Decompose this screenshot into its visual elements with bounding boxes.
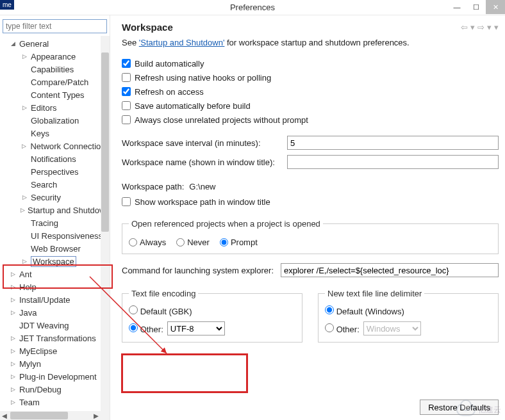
close-unrelated-checkbox[interactable] [122, 115, 131, 124]
tree-item[interactable]: ▷Team [3, 396, 110, 408]
chevron-right-icon[interactable]: ▷ [21, 143, 28, 149]
tree-item[interactable]: ▷Help [3, 280, 110, 293]
refresh-native-checkbox[interactable] [122, 73, 131, 82]
window-title: Preferences [230, 3, 275, 12]
tree-item[interactable]: ▷Workspace [3, 255, 110, 268]
encoding-default-radio[interactable] [129, 305, 138, 314]
never-radio[interactable] [176, 238, 185, 246]
chevron-right-icon[interactable]: ▷ [9, 335, 17, 341]
tree-item[interactable]: JDT Weaving [3, 319, 110, 332]
scrollbar-thumb[interactable] [101, 52, 109, 232]
close-button[interactable]: ✕ [486, 0, 505, 14]
tree-item[interactable]: ▷Mylyn [3, 357, 110, 370]
app-badge: me [0, 0, 14, 10]
tree-item[interactable]: ◢General [3, 37, 110, 50]
vertical-scrollbar[interactable] [101, 36, 110, 420]
button-row: Restore Defaults [420, 400, 499, 415]
tree-item[interactable]: Search [3, 178, 110, 191]
tree-item[interactable]: Web Browser [3, 242, 110, 255]
forward-menu-icon[interactable]: ▾ [487, 22, 492, 32]
chevron-right-icon[interactable]: ▷ [9, 386, 17, 392]
chevron-right-icon[interactable]: ▷ [21, 53, 28, 60]
tree-item-label: Mylyn [19, 359, 41, 369]
chevron-right-icon[interactable]: ▷ [9, 360, 17, 367]
tree-item-label: Keys [31, 129, 49, 138]
horizontal-scrollbar[interactable]: ◄ ► [0, 411, 101, 420]
back-icon[interactable]: ⇦ [461, 22, 468, 32]
tree-item[interactable]: ▷MyEclipse [3, 344, 110, 357]
tree-item-label: JDT Weaving [19, 321, 69, 330]
encoding-select[interactable]: UTF-8 [167, 321, 225, 335]
tree-item[interactable]: ▷Network Connections [3, 140, 110, 152]
back-menu-icon[interactable]: ▾ [470, 22, 475, 32]
scroll-right-icon[interactable]: ► [92, 411, 101, 420]
save-before-build-checkbox[interactable] [122, 101, 131, 110]
chevron-right-icon[interactable]: ▷ [21, 104, 28, 111]
workspace-name-label: Workspace name (shown in window title): [122, 158, 282, 167]
tree-item[interactable]: Tracing [3, 216, 110, 229]
tree-item[interactable]: ▷Java [3, 306, 110, 319]
menu-icon[interactable]: ▾ [494, 22, 499, 32]
minimize-button[interactable]: — [447, 0, 467, 14]
tree-item[interactable]: ▷Run/Debug [3, 383, 110, 396]
chevron-right-icon[interactable]: ▷ [9, 309, 17, 316]
preference-tree[interactable]: ◢General▷AppearanceCapabilitiesCompare/P… [0, 36, 110, 410]
filter-input[interactable] [3, 19, 107, 33]
encoding-other-radio[interactable] [129, 323, 138, 332]
tree-item[interactable]: ▷Plug-in Development [3, 370, 110, 383]
chevron-right-icon[interactable]: ▷ [9, 348, 17, 354]
filter-wrap [3, 19, 107, 33]
chevron-down-icon[interactable]: ◢ [9, 40, 17, 47]
chevron-right-icon[interactable]: ▷ [21, 258, 28, 264]
tree-item[interactable]: ▷Startup and Shutdown [3, 204, 110, 216]
tree-item[interactable]: Compare/Patch [3, 76, 110, 88]
tree-item[interactable]: ▷Install/Update [3, 293, 110, 306]
prompt-radio[interactable] [220, 238, 228, 246]
tree-item-label: Startup and Shutdown [28, 206, 110, 215]
workspace-name-input[interactable] [287, 155, 499, 169]
tree-item[interactable]: Globalization [3, 114, 110, 127]
chevron-right-icon[interactable]: ▷ [9, 399, 17, 405]
tree-item[interactable]: Perspectives [3, 165, 110, 178]
tree-item-label: Tracing [31, 218, 58, 228]
tree-item[interactable]: ▷JET Transformations [3, 332, 110, 344]
tree-item[interactable]: ▷Ant [3, 268, 110, 280]
chevron-right-icon[interactable]: ▷ [21, 207, 25, 213]
tree-item-label: Install/Update [19, 295, 70, 305]
tree-item-label: Workspace [31, 256, 76, 267]
restore-defaults-button[interactable]: Restore Defaults [420, 400, 499, 415]
tree-item[interactable]: Keys [3, 127, 110, 140]
show-path-checkbox[interactable] [122, 197, 131, 206]
delimiter-other-radio[interactable] [325, 323, 334, 332]
chevron-right-icon[interactable]: ▷ [9, 271, 17, 277]
tree-item[interactable]: Content Types [3, 88, 110, 101]
build-automatically-checkbox[interactable] [122, 59, 131, 68]
always-radio[interactable] [129, 238, 137, 246]
tree-item[interactable]: Notifications [3, 152, 110, 165]
chevron-right-icon[interactable]: ▷ [9, 296, 17, 303]
explorer-cmd-input[interactable] [281, 263, 499, 277]
forward-icon[interactable]: ⇨ [477, 22, 484, 32]
tree-item[interactable]: ▷Appearance [3, 50, 110, 63]
delimiter-default-radio[interactable] [325, 305, 334, 314]
tree-item-label: General [19, 39, 49, 49]
startup-shutdown-link[interactable]: 'Startup and Shutdown' [139, 38, 225, 47]
tree-item[interactable]: ▷Editors [3, 101, 110, 114]
tree-item-label: Network Connections [30, 141, 110, 151]
refresh-access-checkbox[interactable] [122, 87, 131, 96]
tree-item-label: Java [19, 308, 37, 318]
chevron-right-icon[interactable]: ▷ [9, 373, 17, 380]
tree-item[interactable]: ▷Security [3, 191, 110, 204]
scroll-left-icon[interactable]: ◄ [0, 411, 9, 420]
scrollbar-thumb-h[interactable] [10, 412, 68, 419]
chevron-right-icon[interactable]: ▷ [21, 194, 28, 200]
tree-item[interactable]: Capabilities [3, 63, 110, 76]
tree-item-label: Notifications [31, 154, 76, 164]
tree-item-label: Security [31, 193, 61, 202]
chevron-right-icon[interactable]: ▷ [9, 284, 17, 290]
maximize-button[interactable]: ☐ [467, 0, 486, 14]
tree-item[interactable]: UI Responsiveness [3, 229, 110, 242]
delimiter-select[interactable]: Windows [363, 321, 421, 335]
tree-item-label: UI Responsiveness [31, 231, 103, 241]
save-interval-input[interactable] [287, 136, 499, 150]
